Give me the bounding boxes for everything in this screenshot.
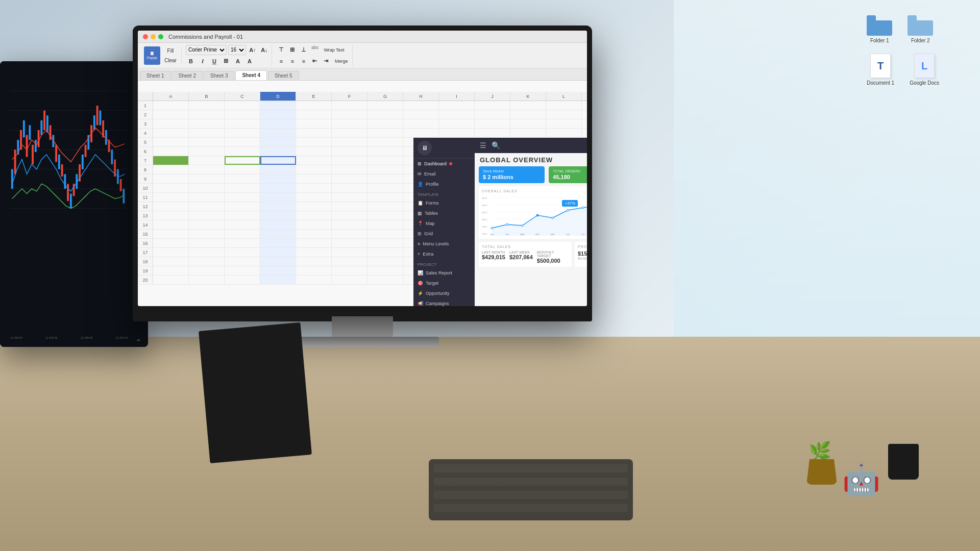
- cell-a5[interactable]: [153, 138, 189, 146]
- sidebar-item-target[interactable]: 🎯 Target: [413, 278, 475, 288]
- sidebar-item-opportunity[interactable]: ⚡ Opportunity: [413, 288, 475, 298]
- folder-1-icon[interactable]: Folder 1: [867, 15, 892, 43]
- cell-i4[interactable]: [439, 129, 475, 137]
- font-color-button[interactable]: A: [244, 56, 255, 66]
- merge-button[interactable]: Merge: [332, 56, 351, 66]
- cell-e1[interactable]: [296, 101, 332, 110]
- cell-i2[interactable]: [439, 110, 475, 119]
- col-header-f[interactable]: F: [332, 92, 368, 101]
- cell-j3[interactable]: [475, 119, 510, 128]
- font-family-select[interactable]: Corier Prime: [186, 45, 227, 55]
- sheet-tab-1[interactable]: Sheet 1: [140, 71, 170, 80]
- bold-button[interactable]: B: [186, 56, 196, 66]
- cell-l1[interactable]: [546, 101, 582, 110]
- cell-a7[interactable]: [153, 156, 189, 165]
- decrease-indent-button[interactable]: ⇤: [310, 56, 320, 66]
- col-header-e[interactable]: E: [296, 92, 332, 101]
- cell-l2[interactable]: [546, 110, 582, 119]
- document-1-icon[interactable]: T Document 1: [867, 54, 894, 86]
- cell-a2[interactable]: [153, 110, 189, 119]
- cell-l3[interactable]: [546, 119, 582, 128]
- sidebar-item-forms[interactable]: 📋 Forms: [413, 198, 475, 208]
- sidebar-item-profile[interactable]: 👤 Profile: [413, 179, 475, 189]
- cell-h2[interactable]: [403, 110, 439, 119]
- cell-f4[interactable]: [332, 129, 368, 137]
- sidebar-item-campaigns[interactable]: 📢 Campaigns: [413, 298, 475, 306]
- close-button[interactable]: [143, 34, 148, 39]
- cell-c2[interactable]: [225, 110, 260, 119]
- cell-h4[interactable]: [403, 129, 439, 137]
- sheet-tab-3[interactable]: Sheet 3: [204, 71, 234, 80]
- cell-e2[interactable]: [296, 110, 332, 119]
- cell-h1[interactable]: [403, 101, 439, 110]
- cell-g4[interactable]: [368, 129, 403, 137]
- align-top-button[interactable]: ⊤: [276, 45, 286, 55]
- cell-f2[interactable]: [332, 110, 368, 119]
- cell-c3[interactable]: [225, 119, 260, 128]
- cell-b1[interactable]: [189, 101, 225, 110]
- cell-a3[interactable]: [153, 119, 189, 128]
- cell-g2[interactable]: [368, 110, 403, 119]
- fill-button[interactable]: Fill: [162, 46, 179, 55]
- cell-j2[interactable]: [475, 110, 510, 119]
- increase-font-button[interactable]: A↑: [248, 45, 258, 55]
- col-header-h[interactable]: H: [403, 92, 439, 101]
- cell-k3[interactable]: [510, 119, 546, 128]
- cell-b7[interactable]: [189, 156, 225, 165]
- cell-j1[interactable]: [475, 101, 510, 110]
- align-middle-button[interactable]: ⊞: [287, 45, 298, 55]
- cell-b2[interactable]: [189, 110, 225, 119]
- align-right-button[interactable]: ≡: [299, 56, 309, 66]
- minimize-button[interactable]: [151, 34, 156, 39]
- cell-d4[interactable]: [260, 129, 296, 137]
- sidebar-item-email[interactable]: ✉ Email: [413, 169, 475, 179]
- col-header-l[interactable]: L: [546, 92, 582, 101]
- cell-h3[interactable]: [403, 119, 439, 128]
- cell-d2[interactable]: [260, 110, 296, 119]
- cell-d7[interactable]: [260, 156, 296, 165]
- col-header-a[interactable]: A: [153, 92, 189, 101]
- hamburger-icon[interactable]: ☰: [480, 141, 486, 149]
- cell-g6[interactable]: [368, 147, 403, 156]
- sidebar-item-sales-report[interactable]: 📊 Sales Report: [413, 268, 475, 278]
- cell-e7[interactable]: [296, 156, 332, 165]
- cell-a1[interactable]: [153, 101, 189, 110]
- underline-button[interactable]: U: [209, 56, 219, 66]
- sidebar-item-menu-levels[interactable]: ≡ Menu Levels: [413, 239, 475, 249]
- font-size-select[interactable]: 16: [228, 45, 246, 55]
- cell-a6[interactable]: [153, 147, 189, 156]
- sheet-tab-5[interactable]: Sheet 5: [268, 71, 299, 80]
- cell-f3[interactable]: [332, 119, 368, 128]
- align-center-button[interactable]: ≡: [287, 56, 298, 66]
- sidebar-item-map[interactable]: 📍 Map: [413, 218, 475, 229]
- sheet-tab-2[interactable]: Sheet 2: [172, 71, 202, 80]
- cell-l4[interactable]: [546, 129, 582, 137]
- maximize-button[interactable]: [158, 34, 163, 39]
- cell-d5[interactable]: [260, 138, 296, 146]
- align-bottom-button[interactable]: ⊥: [299, 45, 309, 55]
- cell-d6[interactable]: [260, 147, 296, 156]
- cell-g1[interactable]: [368, 101, 403, 110]
- sidebar-item-dashboard[interactable]: ⊞ Dashboard: [413, 159, 475, 169]
- paste-button[interactable]: 📋 Paste: [144, 46, 160, 65]
- cell-k1[interactable]: [510, 101, 546, 110]
- cell-k4[interactable]: [510, 129, 546, 137]
- col-header-d[interactable]: D: [260, 92, 296, 101]
- col-header-g[interactable]: G: [368, 92, 403, 101]
- cell-e3[interactable]: [296, 119, 332, 128]
- cell-b6[interactable]: [189, 147, 225, 156]
- cell-d1[interactable]: [260, 101, 296, 110]
- col-header-k[interactable]: K: [510, 92, 546, 101]
- cell-e6[interactable]: [296, 147, 332, 156]
- col-header-i[interactable]: I: [439, 92, 475, 101]
- cell-a8[interactable]: [153, 165, 189, 174]
- col-header-c[interactable]: C: [225, 92, 260, 101]
- cell-c7[interactable]: [225, 156, 260, 165]
- cell-i1[interactable]: [439, 101, 475, 110]
- decrease-font-button[interactable]: A↓: [259, 45, 270, 55]
- cell-b3[interactable]: [189, 119, 225, 128]
- border-button[interactable]: ⊞: [221, 56, 231, 66]
- cell-g7[interactable]: [368, 156, 403, 165]
- cell-j4[interactable]: [475, 129, 510, 137]
- sheet-tab-4[interactable]: Sheet 4: [235, 70, 267, 80]
